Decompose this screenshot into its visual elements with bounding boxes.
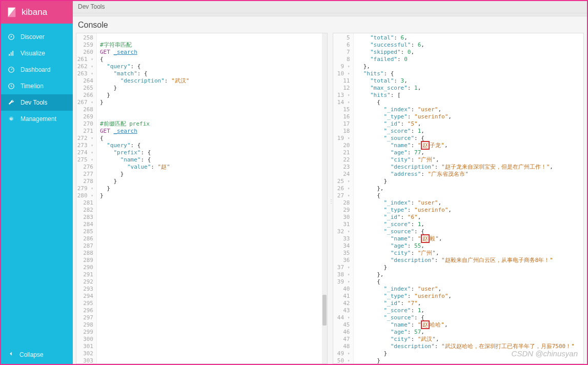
wrench-icon: [7, 98, 15, 107]
page-title: Console: [73, 16, 587, 33]
sidebar-item-label: Dev Tools: [21, 99, 47, 106]
sidebar-item-discover[interactable]: Discover: [1, 29, 73, 45]
line-gutter: 258259260261 ▾262 ▾263 ▾264265266267 ▾26…: [76, 33, 97, 363]
brand-text: kibana: [22, 7, 47, 17]
compass-icon: [7, 33, 15, 41]
app-root: kibana DiscoverVisualizeDashboardTimelio…: [0, 0, 588, 365]
pane-splitter[interactable]: [328, 33, 333, 364]
bar-chart-icon: [7, 49, 15, 57]
sidebar-item-dashboard[interactable]: Dashboard: [1, 62, 73, 78]
kibana-icon: [6, 7, 17, 18]
nav: DiscoverVisualizeDashboardTimelionDev To…: [1, 24, 73, 345]
clock-icon: [7, 82, 15, 90]
chevron-left-icon: [7, 350, 14, 359]
sidebar-item-label: Management: [21, 115, 56, 123]
brand-logo[interactable]: kibana: [1, 1, 73, 24]
console-panes: 258259260261 ▾262 ▾263 ▾264265266267 ▾26…: [73, 33, 587, 364]
sidebar: kibana DiscoverVisualizeDashboardTimelio…: [1, 1, 73, 364]
scrollbar-thumb[interactable]: [322, 295, 327, 326]
scrollbar[interactable]: [322, 33, 327, 363]
collapse-label: Collapse: [19, 351, 44, 358]
breadcrumb: Dev Tools: [73, 1, 587, 13]
gauge-icon: [7, 66, 15, 74]
sidebar-item-visualize[interactable]: Visualize: [1, 45, 73, 62]
request-code[interactable]: #字符串匹配GET _search{ "query": { "match": {…: [97, 33, 327, 363]
line-gutter: 56789 ▾10 ▾111213 ▾14 ▾1516171819 ▾20212…: [333, 33, 354, 363]
response-viewer: 56789 ▾10 ▾111213 ▾14 ▾1516171819 ▾20212…: [333, 33, 584, 364]
sidebar-item-label: Dashboard: [21, 66, 51, 73]
response-code: "total": 6, "successful": 6, "skipped": …: [354, 33, 584, 363]
collapse-button[interactable]: Collapse: [1, 345, 73, 364]
main: Dev Tools Console 258259260261 ▾262 ▾263…: [73, 1, 587, 364]
sidebar-item-label: Visualize: [21, 50, 45, 57]
sidebar-item-label: Discover: [21, 33, 45, 40]
request-editor[interactable]: 258259260261 ▾262 ▾263 ▾264265266267 ▾26…: [76, 33, 328, 364]
sidebar-item-timelion[interactable]: Timelion: [1, 78, 73, 94]
sidebar-item-label: Timelion: [21, 83, 44, 90]
gear-icon: [7, 115, 15, 123]
sidebar-item-management[interactable]: Management: [1, 111, 73, 127]
sidebar-item-dev-tools[interactable]: Dev Tools: [1, 94, 73, 111]
